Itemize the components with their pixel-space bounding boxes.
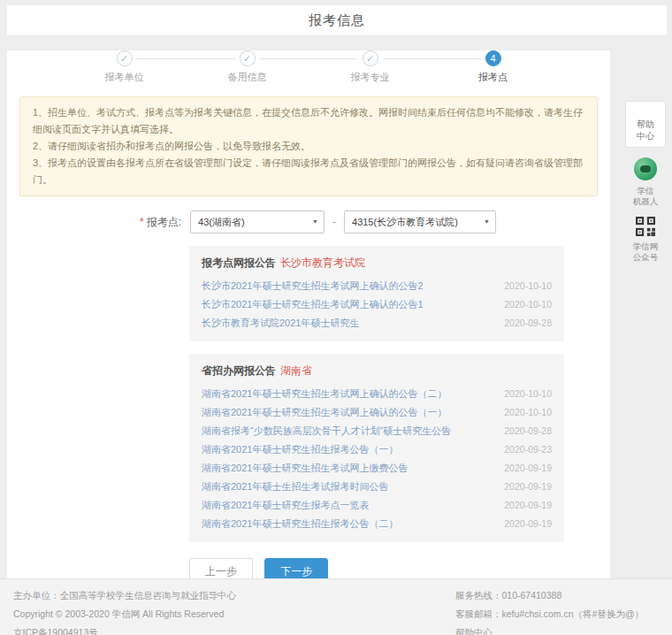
stepper-step: ✓ 报考单位 — [63, 50, 186, 84]
required-asterisk: * — [140, 216, 144, 228]
notice-line: 2、请仔细阅读省招办和报考点的网报公告，以免导致报名无效。 — [33, 138, 584, 155]
announcement-row: 长沙市2021年硕士研究生招生考试网上确认的公告2 2020-10-10 — [202, 277, 552, 295]
announcement-date: 2020-10-10 — [504, 295, 552, 314]
exam-site-label: 报考点: — [147, 215, 181, 230]
announcement-date: 2020-09-19 — [504, 478, 552, 496]
exam-site-select[interactable]: 4315(长沙市教育考试院) — [344, 210, 496, 233]
announcement-date: 2020-09-19 — [504, 496, 552, 515]
province-announcements-title: 省招办网报公告湖南省 — [202, 363, 552, 379]
help-center-label: 帮助 中心 — [637, 119, 654, 141]
page-footer: 主办单位：全国高等学校学生信息咨询与就业指导中心 Copyright © 200… — [0, 578, 672, 635]
announcement-date: 2020-09-19 — [504, 459, 552, 478]
announcement-link[interactable]: 湖南省2021年硕士研究生招生报考公告（一） — [202, 440, 398, 459]
announcement-row: 湖南省2021年硕士研究生招生报考公告（二） 2020-09-19 — [202, 515, 552, 533]
notice-line: 1、招生单位、考试方式、报考点等为报考关键信息，在提交信息后不允许修改。网报时间… — [33, 104, 584, 138]
announcement-row: 湖南省2021年硕士研究生招生报考公告（一） 2020-09-23 — [202, 440, 552, 459]
help-center-widget[interactable]: 帮助 中心 — [625, 101, 666, 148]
announcement-link[interactable]: 长沙市2021年硕士研究生招生考试网上确认的公告1 — [202, 295, 424, 314]
footer-help-center-link[interactable]: 帮助中心 — [455, 624, 644, 635]
announcement-row: 长沙市2021年硕士研究生招生考试网上确认的公告1 2020-10-10 — [202, 295, 552, 314]
announcement-link[interactable]: 湖南省2021年硕士研究生招生考试网上确认的公告（一） — [202, 403, 447, 422]
step-status-icon: 4 — [485, 50, 501, 66]
footer-copyright: Copyright © 2003-2020 学信网 All Rights Res… — [13, 605, 236, 624]
announcement-row: 长沙市教育考试院2021年硕士研究生 2020-09-28 — [202, 314, 552, 333]
province-select[interactable]: 43(湖南省) — [190, 210, 325, 233]
wizard-stepper: ✓ 报考单位 ✓ 备用信息 ✓ 报考专业 4 报考点 — [63, 50, 554, 84]
footer-right-column: 服务热线：010-67410388 客服邮箱：kefu#chsi.com.cn（… — [455, 586, 644, 635]
page-header: 报考信息 — [7, 5, 667, 36]
announcement-row: 湖南省2021年硕士研究生招生考试网上确认的公告（二） 2020-10-10 — [202, 385, 552, 403]
site-announcements-title-text: 报考点网报公告 — [202, 256, 276, 269]
announcement-link[interactable]: 长沙市2021年硕士研究生招生考试网上确认的公告2 — [202, 277, 424, 295]
site-name-highlight: 长沙市教育考试院 — [280, 256, 365, 269]
announcement-date: 2020-09-19 — [504, 515, 552, 533]
qrcode-label: 学信网 公众号 — [622, 241, 669, 263]
announcement-link[interactable]: 湖南省2021年硕士生招生考试报考时间公告 — [202, 478, 388, 496]
qrcode-widget[interactable]: 学信网 公众号 — [622, 217, 669, 263]
floating-sidebar: 帮助 中心 学信 机器人 学信网 公众号 — [622, 101, 669, 263]
xuexin-robot-icon — [634, 157, 657, 180]
announcement-date: 2020-10-10 — [504, 277, 552, 295]
announcement-link[interactable]: 湖南省2021年硕士研究生招生考试网上确认的公告（二） — [202, 385, 447, 403]
footer-hotline: 服务热线：010-67410388 — [455, 586, 644, 605]
announcement-row: 湖南省2021年硕士研究生招生考试网上确认的公告（一） 2020-10-10 — [202, 403, 552, 422]
step-label: 报考专业 — [309, 71, 431, 84]
footer-left-column: 主办单位：全国高等学校学生信息咨询与就业指导中心 Copyright © 200… — [13, 586, 236, 635]
footer-icp: 京ICP备19004913号 — [13, 624, 236, 635]
stepper-step: ✓ 备用信息 — [186, 50, 309, 84]
announcement-row: 湖南省报考“少数民族高层次骨干人才计划”硕士研究生公告 2020-09-28 — [202, 422, 552, 440]
announcement-row: 湖南省2021年硕士生招生考试报考时间公告 2020-09-19 — [202, 478, 552, 496]
announcement-date: 2020-09-28 — [504, 314, 552, 333]
announcement-date: 2020-10-10 — [504, 403, 552, 422]
announcement-date: 2020-09-28 — [504, 422, 552, 440]
step-label: 备用信息 — [186, 71, 309, 84]
site-announcements-list: 长沙市2021年硕士研究生招生考试网上确认的公告2 2020-10-10 长沙市… — [202, 277, 552, 333]
step-label: 报考点 — [431, 71, 554, 84]
announcement-link[interactable]: 湖南省2021年硕士研究生招生考试网上缴费公告 — [202, 459, 408, 478]
select-separator: - — [332, 216, 336, 228]
notice-line: 3、报考点的设置由各报考点所在省级管理部门设定，请仔细阅读报考点及省级管理部门的… — [33, 155, 584, 188]
announcement-link[interactable]: 长沙市教育考试院2021年硕士研究生 — [202, 314, 359, 333]
step-status-icon: ✓ — [363, 50, 378, 66]
announcement-row: 湖南省2021年硕士研究生招生考试网上缴费公告 2020-09-19 — [202, 459, 552, 478]
stepper-step: 4 报考点 — [431, 50, 554, 84]
qr-code-icon — [636, 217, 655, 236]
announcement-date: 2020-10-10 — [504, 385, 552, 403]
step-label: 报考单位 — [63, 71, 186, 84]
province-name-highlight: 湖南省 — [280, 364, 312, 377]
step-status-icon: ✓ — [240, 50, 256, 66]
province-announcements-title-text: 省招办网报公告 — [202, 364, 276, 377]
page-title: 报考信息 — [309, 12, 365, 29]
footer-email: 客服邮箱：kefu#chsi.com.cn（将#替换为@） — [455, 605, 644, 624]
footer-host: 主办单位：全国高等学校学生信息咨询与就业指导中心 — [13, 586, 236, 605]
robot-widget[interactable]: 学信 机器人 — [622, 157, 669, 207]
province-announcements-box: 省招办网报公告湖南省 湖南省2021年硕士研究生招生考试网上确认的公告（二） 2… — [189, 354, 564, 542]
announcement-row: 湖南省2021年硕士研究生报考点一览表 2020-09-19 — [202, 496, 552, 515]
stepper-step: ✓ 报考专业 — [309, 50, 431, 84]
exam-site-form-row: * 报考点: 43(湖南省) - 4315(长沙市教育考试院) — [140, 210, 610, 233]
main-panel: ✓ 报考单位 ✓ 备用信息 ✓ 报考专业 4 报考点 1、招生单位、考试方式、报… — [7, 50, 610, 635]
province-announcements-list: 湖南省2021年硕士研究生招生考试网上确认的公告（二） 2020-10-10 湖… — [202, 385, 552, 533]
warning-notice-box: 1、招生单位、考试方式、报考点等为报考关键信息，在提交信息后不允许修改。网报时间… — [19, 96, 598, 196]
robot-label: 学信 机器人 — [622, 186, 669, 207]
announcement-link[interactable]: 湖南省2021年硕士研究生报考点一览表 — [202, 496, 369, 515]
site-announcements-box: 报考点网报公告长沙市教育考试院 长沙市2021年硕士研究生招生考试网上确认的公告… — [189, 246, 564, 341]
announcement-date: 2020-09-23 — [504, 440, 552, 459]
step-status-icon: ✓ — [117, 50, 133, 66]
site-announcements-title: 报考点网报公告长沙市教育考试院 — [202, 256, 552, 271]
announcement-link[interactable]: 湖南省2021年硕士研究生招生报考公告（二） — [202, 515, 398, 533]
announcement-link[interactable]: 湖南省报考“少数民族高层次骨干人才计划”硕士研究生公告 — [202, 422, 451, 440]
